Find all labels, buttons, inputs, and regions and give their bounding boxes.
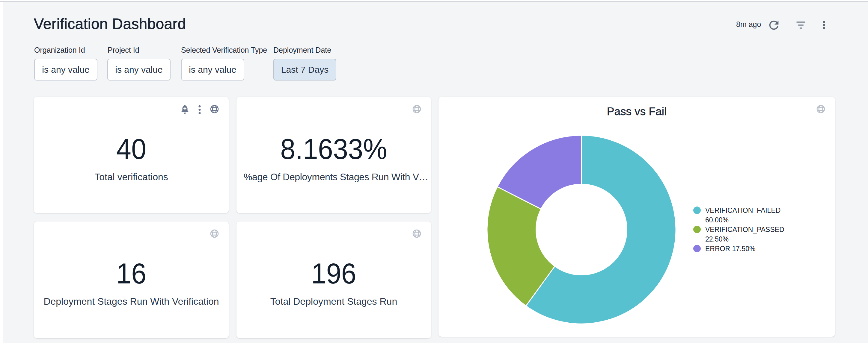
filter-value-button[interactable]: is any value	[107, 59, 170, 80]
legend-dot	[693, 207, 701, 214]
legend-text: VERIFICATION_FAILED60.00%	[705, 206, 780, 225]
filter-label: Deployment Date	[273, 46, 331, 55]
tile-value: 40	[40, 135, 223, 163]
legend-dot	[693, 226, 701, 233]
tile-label: Deployment Stages Run With Verification	[41, 296, 221, 307]
tile-total-stages-run: 196 Total Deployment Stages Run	[237, 221, 431, 338]
tile-value: 196	[242, 259, 425, 288]
legend-item[interactable]: VERIFICATION_FAILED60.00%	[693, 206, 784, 225]
tile-value: 8.1633%	[242, 135, 425, 163]
chart-title: Pass vs Fail	[438, 105, 835, 118]
filter-value-button[interactable]: is any value	[34, 59, 97, 80]
tile-stages-with-verification: 16 Deployment Stages Run With Verificati…	[34, 221, 229, 338]
globe-icon[interactable]	[816, 104, 826, 114]
kebab-menu-icon[interactable]	[198, 105, 201, 115]
globe-icon[interactable]	[210, 229, 219, 239]
tile-percent-deployments: 8.1633% %age Of Deployments Stages Run W…	[237, 97, 431, 213]
filter-label: Organization Id	[34, 46, 85, 55]
kebab-menu-icon[interactable]	[819, 20, 829, 29]
tile-label: Total Deployment Stages Run	[244, 296, 424, 307]
pass-vs-fail-chart-card: Pass vs Fail VERIFICATION_FAILED60.00%VE…	[438, 97, 835, 337]
tile-total-verifications: 40 Total verifications	[34, 97, 229, 213]
tile-label: Total verifications	[41, 171, 221, 182]
bell-plus-icon[interactable]	[180, 104, 190, 114]
page-title: Verification Dashboard	[34, 16, 186, 31]
last-refresh-time: 8m ago	[736, 20, 761, 29]
tile-value: 16	[40, 259, 223, 288]
filter-label: Selected Verification Type	[181, 46, 267, 55]
legend-text: ERROR 17.50%	[705, 244, 755, 253]
legend-text: VERIFICATION_PASSED22.50%	[705, 225, 784, 244]
donut-chart[interactable]	[483, 131, 680, 328]
globe-icon[interactable]	[412, 104, 422, 114]
globe-icon[interactable]	[210, 104, 219, 114]
filter-value-button[interactable]: is any value	[181, 59, 244, 80]
filter-value-button[interactable]: Last 7 Days	[273, 59, 336, 80]
legend-dot	[693, 245, 701, 252]
refresh-icon[interactable]	[767, 18, 781, 32]
legend-item[interactable]: ERROR 17.50%	[693, 244, 784, 253]
legend-item[interactable]: VERIFICATION_PASSED22.50%	[693, 225, 784, 244]
chart-legend: VERIFICATION_FAILED60.00%VERIFICATION_PA…	[693, 206, 784, 253]
tile-label: %age Of Deployments Stages Run With V…	[244, 171, 424, 182]
filter-list-icon[interactable]	[796, 20, 806, 30]
filter-label: Project Id	[107, 46, 140, 55]
globe-icon[interactable]	[412, 229, 422, 239]
